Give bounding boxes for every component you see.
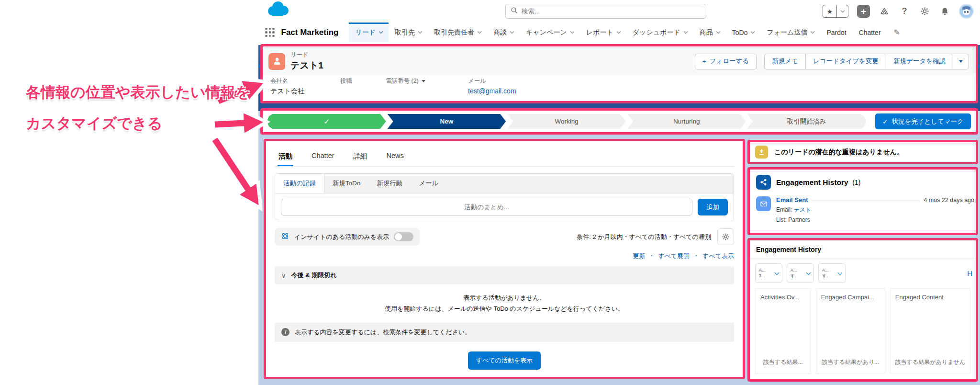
list-line: List: Partners (776, 216, 969, 223)
star-icon[interactable]: ★ (823, 5, 837, 17)
potential-duplicates-icon (755, 146, 768, 159)
nav-tab-campaigns[interactable]: キャンペーン (520, 23, 580, 42)
dashboard-title: Engagement History (750, 240, 976, 259)
chevron-down-icon (510, 30, 514, 34)
edit-nav-pencil-icon[interactable]: ✎ (894, 28, 900, 37)
app-launcher-icon[interactable] (265, 28, 275, 37)
add-button[interactable]: 追加 (698, 199, 728, 215)
dropdown-triangle-icon (959, 60, 963, 63)
chevron-down-icon (683, 30, 687, 34)
path-step-nurturing[interactable]: Nurturing (627, 114, 746, 129)
einstein-insights-icon (281, 232, 290, 242)
field-title: 役職 (340, 77, 386, 96)
timeline-item-email-sent: Email Sent 4 mos 22 days ago Email: テスト … (756, 196, 969, 223)
dashboard-filter-3[interactable]: A...す. (818, 263, 846, 283)
nav-tab-chatter[interactable]: Chatter (853, 23, 887, 42)
view-all-activities-button[interactable]: すべての活動を表示 (468, 351, 541, 370)
setup-gear-icon[interactable] (919, 6, 930, 17)
lead-object-icon (268, 53, 285, 70)
mark-status-complete-button[interactable]: ✓ 状況を完了としてマーク (875, 113, 971, 129)
subtab-email[interactable]: メール (411, 174, 446, 193)
engagement-history-icon (756, 175, 771, 190)
nav-tab-contacts[interactable]: 取引先責任者 (428, 23, 487, 42)
new-note-button[interactable]: 新規メモ (764, 54, 806, 69)
filter-summary: 条件: 2 か月以内・すべての活動・すべての種別 (577, 233, 711, 241)
path-step-completed[interactable]: ✓ (267, 114, 386, 129)
sales-path-panel: ✓ New Working Nurturing 取引開始済み ✓ 状況を完了とし… (260, 108, 978, 135)
chevron-down-icon (811, 30, 814, 34)
duplicate-notice-panel: このリードの潜在的な重複はありません。 (747, 140, 978, 164)
chevron-down-icon (775, 270, 780, 275)
subtab-log-activity[interactable]: 活動の記録 (275, 174, 324, 193)
favorites-button[interactable]: ★ (823, 5, 848, 18)
field-phone: 電話番号 (2) (386, 77, 468, 96)
tab-chatter[interactable]: Chatter (311, 147, 335, 166)
nav-tab-todo[interactable]: ToDo (726, 23, 761, 42)
email-name-link[interactable]: テスト (794, 206, 812, 213)
activity-panel: 活動 Chatter 詳細 News 活動の記録 新規ToDo 新規行動 メール… (264, 139, 745, 379)
card-count: (1) (852, 179, 860, 186)
nav-tab-reports[interactable]: レポート (580, 23, 626, 42)
dashboard-truncated-link[interactable]: H (967, 269, 972, 277)
nav-tab-pardot[interactable]: Pardot (820, 23, 852, 42)
dashboard-filter-2[interactable]: A...す. (787, 263, 814, 283)
search-icon (511, 7, 518, 16)
guidance-icon[interactable] (879, 6, 890, 17)
nav-tab-leads[interactable]: リード (349, 23, 389, 42)
path-step-new[interactable]: New (388, 114, 506, 129)
chevron-down-icon (617, 30, 621, 34)
email-icon (756, 196, 771, 211)
path-step-working[interactable]: Working (507, 114, 626, 129)
tab-activity[interactable]: 活動 (278, 147, 293, 166)
record-header-panel: リード テスト1 + フォローする 新規メモ レコードタイプを変更 新規データを… (260, 44, 978, 103)
chevron-down-icon (418, 30, 422, 34)
view-all-link[interactable]: すべて表示 (702, 252, 734, 260)
object-label: リード (290, 51, 323, 59)
app-name: Fact Marketing (281, 28, 339, 37)
favorites-dropdown[interactable] (837, 5, 848, 17)
activity-summary-input[interactable] (281, 199, 692, 215)
info-icon: i (281, 328, 290, 336)
subtab-new-event[interactable]: 新規行動 (368, 174, 411, 193)
timestamp: 4 mos 22 days ago (924, 197, 974, 204)
more-actions-dropdown[interactable] (953, 54, 969, 69)
refresh-link[interactable]: 更新 (633, 252, 645, 260)
email-sent-link[interactable]: Email Sent (776, 196, 808, 204)
follow-button[interactable]: + フォローする (695, 54, 757, 69)
chevron-down-icon (838, 270, 843, 275)
dashboard-filter-1[interactable]: A...3... (755, 263, 782, 283)
phone-dropdown-icon[interactable] (422, 80, 425, 82)
change-record-type-button[interactable]: レコードタイプを変更 (805, 54, 886, 69)
empty-state-message: 表示する活動がありません。 使用を開始するには、メールの送信や ToDo のスケ… (275, 293, 734, 315)
plus-icon: + (702, 58, 706, 65)
activity-filter-gear-icon[interactable] (717, 228, 734, 245)
user-avatar[interactable] (959, 4, 974, 19)
global-header: ★ + ? (258, 0, 980, 45)
chevron-down-icon (570, 30, 574, 34)
check-new-data-button[interactable]: 新規データを確認 (886, 54, 953, 69)
global-actions-button[interactable]: + (857, 5, 870, 18)
card-title: Engagement History (776, 178, 848, 186)
subtab-new-todo[interactable]: 新規ToDo (324, 174, 369, 193)
field-company: 会社名 テスト会社 (270, 77, 340, 96)
nav-tab-products[interactable]: 商品 (693, 23, 726, 42)
path-step-converted[interactable]: 取引開始済み (747, 114, 866, 129)
chevron-down-icon (751, 30, 755, 34)
chevron-down-icon (478, 30, 481, 34)
chevron-down-icon (806, 270, 811, 275)
engagement-history-card: Engagement History (1) Email Sent 4 mos … (747, 167, 978, 235)
nav-tab-dashboards[interactable]: ダッシュボード (626, 23, 693, 42)
expand-all-link[interactable]: すべて展開 (658, 252, 690, 260)
nav-tab-opportunities[interactable]: 商談 (487, 23, 520, 42)
notifications-bell-icon[interactable] (939, 6, 950, 17)
email-link[interactable]: test@gmail.com (468, 87, 968, 95)
insights-toggle-switch[interactable] (394, 232, 413, 241)
nav-tab-accounts[interactable]: 取引先 (389, 23, 428, 42)
upcoming-overdue-section-header[interactable]: ∨ 今後 & 期限切れ (275, 266, 734, 284)
tab-news[interactable]: News (386, 147, 405, 166)
nav-tab-form-submit[interactable]: フォーム送信 (760, 23, 820, 42)
help-icon[interactable]: ? (899, 6, 910, 17)
search-input[interactable] (522, 8, 701, 15)
tab-details[interactable]: 詳細 (353, 147, 368, 166)
global-search[interactable] (505, 4, 706, 19)
